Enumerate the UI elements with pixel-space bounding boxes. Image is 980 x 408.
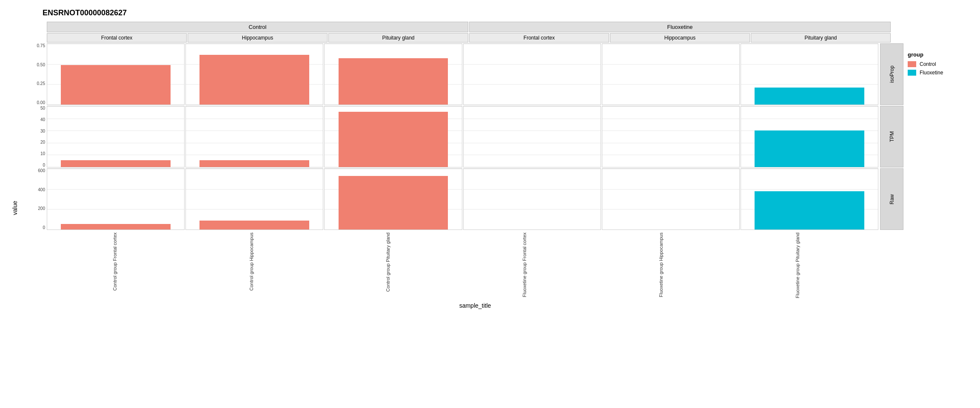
panel-wrapper bbox=[185, 106, 323, 167]
panel-wrapper bbox=[741, 106, 878, 167]
bar bbox=[339, 176, 448, 230]
x-label-cell: Fluoxetine group Pituitary gland bbox=[730, 232, 866, 300]
x-axis-area: Control group Frontal cortexControl grou… bbox=[47, 232, 891, 300]
grid-line bbox=[602, 64, 739, 65]
bar bbox=[61, 65, 171, 105]
y-axis-tpm: 50403020100 bbox=[21, 106, 47, 167]
panel bbox=[47, 168, 185, 230]
panel-wrapper bbox=[602, 43, 740, 105]
panel bbox=[741, 43, 878, 105]
panel bbox=[463, 168, 601, 230]
panel-wrapper bbox=[741, 168, 878, 230]
grid-line bbox=[602, 143, 739, 143]
grid-line bbox=[602, 169, 739, 169]
grid-line bbox=[186, 169, 323, 169]
sub-header-0: Frontal cortex bbox=[47, 33, 187, 42]
legend-swatch-fluoxetine bbox=[908, 70, 916, 76]
panel bbox=[463, 43, 601, 105]
grid-line bbox=[186, 209, 323, 210]
y-tick: 0.50 bbox=[37, 62, 45, 67]
grid-line bbox=[602, 230, 739, 230]
grid-line bbox=[186, 143, 323, 143]
grid-line bbox=[186, 230, 323, 230]
y-tick: 30 bbox=[40, 129, 45, 133]
group-headers: Control Fluoxetine bbox=[47, 22, 891, 32]
grid-line bbox=[741, 84, 878, 85]
grid-line bbox=[602, 130, 739, 131]
grid-line bbox=[741, 106, 878, 107]
x-label-text: Control group Pituitary gland bbox=[385, 232, 390, 292]
row-tpm: 50403020100 TPM bbox=[21, 106, 903, 167]
grid-line bbox=[464, 209, 601, 210]
grid-line bbox=[464, 44, 601, 44]
grid-line bbox=[741, 167, 878, 167]
group-header-fluoxetine: Fluoxetine bbox=[469, 22, 891, 32]
panel-wrapper bbox=[602, 106, 740, 167]
grid-line bbox=[47, 119, 184, 119]
panel-wrapper bbox=[185, 168, 323, 230]
grid-line bbox=[47, 189, 184, 190]
y-tick: 50 bbox=[40, 106, 45, 110]
y-tick: 10 bbox=[40, 151, 45, 156]
panel bbox=[602, 43, 740, 105]
bar bbox=[61, 160, 171, 167]
sub-header-4: Hippocampus bbox=[610, 33, 750, 42]
grid-line bbox=[325, 105, 462, 105]
grid-line bbox=[47, 105, 184, 105]
panels-row-raw-inner bbox=[47, 168, 879, 230]
grid-line bbox=[325, 167, 462, 167]
grid-line bbox=[602, 84, 739, 85]
y-tick: 600 bbox=[38, 168, 45, 173]
panels-grid: 0.750.500.250.00 isoProp 50403020100 TPM bbox=[21, 43, 903, 231]
bar bbox=[755, 130, 864, 167]
main-area: value Control Fluoxetine Frontal cortex … bbox=[9, 22, 971, 309]
grid-line bbox=[741, 64, 878, 65]
chart-container: ENSRNOT00000082627 value Control Fluoxet… bbox=[0, 0, 980, 408]
x-label-cell: Fluoxetine group Hippocampus bbox=[593, 232, 729, 300]
panel bbox=[463, 106, 601, 167]
chart-title: ENSRNOT00000082627 bbox=[43, 8, 971, 17]
grid-line bbox=[325, 44, 462, 44]
grid-line bbox=[602, 189, 739, 190]
grid-line bbox=[464, 64, 601, 65]
panel-wrapper bbox=[741, 43, 878, 105]
panel bbox=[185, 168, 323, 230]
x-label-cell: Control group Hippocampus bbox=[183, 232, 319, 300]
grid-line bbox=[47, 155, 184, 155]
grid-line bbox=[186, 105, 323, 105]
grid-line bbox=[186, 155, 323, 155]
panel bbox=[47, 106, 185, 167]
y-tick: 20 bbox=[40, 140, 45, 144]
grid-line bbox=[186, 119, 323, 119]
panel-wrapper bbox=[463, 106, 601, 167]
x-label-text: Control group Frontal cortex bbox=[112, 232, 117, 291]
bar bbox=[339, 58, 448, 105]
grid-line bbox=[602, 167, 739, 167]
panel bbox=[324, 106, 462, 167]
y-tick: 0.00 bbox=[37, 100, 45, 105]
y-tick: 200 bbox=[38, 206, 45, 211]
grid-line bbox=[602, 209, 739, 210]
row-strip-raw: Raw bbox=[880, 168, 903, 230]
y-axis-isoprop: 0.750.500.250.00 bbox=[21, 43, 47, 105]
grid-line bbox=[464, 119, 601, 119]
grid-line bbox=[186, 189, 323, 190]
y-axis-raw: 6004002000 bbox=[21, 168, 47, 230]
y-tick: 0.75 bbox=[37, 43, 45, 48]
y-tick: 0 bbox=[43, 225, 45, 230]
grid-line bbox=[47, 64, 184, 65]
grid-line bbox=[47, 230, 184, 230]
grid-line bbox=[602, 106, 739, 107]
grid-line bbox=[464, 230, 601, 230]
y-tick: 400 bbox=[38, 187, 45, 192]
panel-wrapper bbox=[463, 168, 601, 230]
grid-line bbox=[186, 44, 323, 44]
legend: group Control Fluoxetine bbox=[903, 47, 971, 309]
panel-wrapper bbox=[185, 43, 323, 105]
grid-line bbox=[464, 84, 601, 85]
grid-line bbox=[186, 130, 323, 131]
panel-wrapper bbox=[47, 43, 185, 105]
grid-line bbox=[47, 169, 184, 169]
legend-swatch-control bbox=[908, 61, 916, 67]
sub-header-2: Pituitary gland bbox=[328, 33, 468, 42]
